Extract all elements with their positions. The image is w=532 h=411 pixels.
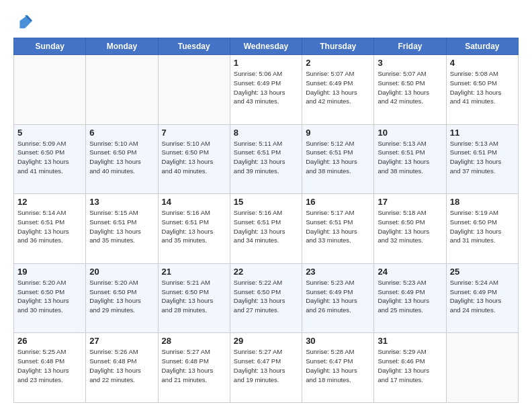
day-number: 16	[306, 197, 370, 207]
day-info: Sunrise: 5:12 AM Sunset: 6:51 PM Dayligh…	[306, 139, 370, 176]
day-info: Sunrise: 5:13 AM Sunset: 6:51 PM Dayligh…	[378, 139, 442, 176]
day-number: 27	[89, 336, 154, 346]
calendar-cell: 19Sunrise: 5:20 AM Sunset: 6:50 PM Dayli…	[14, 263, 86, 333]
day-number: 15	[234, 197, 298, 207]
day-number: 11	[450, 128, 515, 138]
calendar-cell: 30Sunrise: 5:28 AM Sunset: 6:47 PM Dayli…	[302, 333, 374, 403]
day-info: Sunrise: 5:28 AM Sunset: 6:47 PM Dayligh…	[306, 347, 370, 384]
day-info: Sunrise: 5:07 AM Sunset: 6:49 PM Dayligh…	[306, 69, 370, 106]
calendar-cell: 7Sunrise: 5:10 AM Sunset: 6:50 PM Daylig…	[158, 124, 230, 194]
day-info: Sunrise: 5:25 AM Sunset: 6:48 PM Dayligh…	[17, 347, 82, 384]
weekday-header: Monday	[86, 38, 158, 55]
logo-icon	[15, 12, 34, 31]
calendar-cell: 20Sunrise: 5:20 AM Sunset: 6:50 PM Dayli…	[86, 263, 158, 333]
day-info: Sunrise: 5:15 AM Sunset: 6:51 PM Dayligh…	[89, 208, 154, 245]
calendar-cell: 6Sunrise: 5:10 AM Sunset: 6:50 PM Daylig…	[86, 124, 158, 194]
calendar-cell: 16Sunrise: 5:17 AM Sunset: 6:51 PM Dayli…	[302, 194, 374, 264]
day-number: 24	[378, 267, 442, 277]
calendar-cell: 4Sunrise: 5:08 AM Sunset: 6:50 PM Daylig…	[446, 55, 518, 125]
calendar-cell: 8Sunrise: 5:11 AM Sunset: 6:51 PM Daylig…	[230, 124, 302, 194]
weekday-header: Wednesday	[230, 38, 302, 55]
calendar-cell: 31Sunrise: 5:29 AM Sunset: 6:46 PM Dayli…	[374, 333, 446, 403]
calendar-cell: 13Sunrise: 5:15 AM Sunset: 6:51 PM Dayli…	[86, 194, 158, 264]
day-number: 4	[450, 58, 515, 68]
day-number: 2	[306, 58, 370, 68]
calendar-cell	[86, 55, 158, 125]
day-info: Sunrise: 5:16 AM Sunset: 6:51 PM Dayligh…	[162, 208, 226, 245]
day-number: 26	[17, 336, 82, 346]
day-number: 14	[162, 197, 226, 207]
calendar-cell	[14, 55, 86, 125]
calendar-cell: 14Sunrise: 5:16 AM Sunset: 6:51 PM Dayli…	[158, 194, 230, 264]
calendar-cell: 26Sunrise: 5:25 AM Sunset: 6:48 PM Dayli…	[14, 333, 86, 403]
day-info: Sunrise: 5:10 AM Sunset: 6:50 PM Dayligh…	[162, 139, 226, 176]
day-info: Sunrise: 5:26 AM Sunset: 6:48 PM Dayligh…	[89, 347, 154, 384]
day-number: 22	[234, 267, 298, 277]
day-number: 13	[89, 197, 154, 207]
day-info: Sunrise: 5:09 AM Sunset: 6:50 PM Dayligh…	[17, 139, 82, 176]
calendar-cell: 25Sunrise: 5:24 AM Sunset: 6:49 PM Dayli…	[446, 263, 518, 333]
calendar-cell: 22Sunrise: 5:22 AM Sunset: 6:50 PM Dayli…	[230, 263, 302, 333]
calendar-cell: 12Sunrise: 5:14 AM Sunset: 6:51 PM Dayli…	[14, 194, 86, 264]
calendar-cell: 15Sunrise: 5:16 AM Sunset: 6:51 PM Dayli…	[230, 194, 302, 264]
day-number: 18	[450, 197, 515, 207]
logo	[13, 12, 34, 31]
day-number: 31	[378, 336, 442, 346]
day-number: 20	[89, 267, 154, 277]
calendar-cell	[446, 333, 518, 403]
day-number: 30	[306, 336, 370, 346]
day-number: 8	[234, 128, 298, 138]
day-info: Sunrise: 5:16 AM Sunset: 6:51 PM Dayligh…	[234, 208, 298, 245]
calendar-cell: 29Sunrise: 5:27 AM Sunset: 6:47 PM Dayli…	[230, 333, 302, 403]
page-header	[13, 12, 519, 31]
day-info: Sunrise: 5:17 AM Sunset: 6:51 PM Dayligh…	[306, 208, 370, 245]
calendar-cell: 17Sunrise: 5:18 AM Sunset: 6:50 PM Dayli…	[374, 194, 446, 264]
day-info: Sunrise: 5:21 AM Sunset: 6:50 PM Dayligh…	[162, 278, 226, 315]
weekday-header: Saturday	[446, 38, 518, 55]
calendar-cell: 9Sunrise: 5:12 AM Sunset: 6:51 PM Daylig…	[302, 124, 374, 194]
day-number: 1	[234, 58, 298, 68]
day-info: Sunrise: 5:19 AM Sunset: 6:50 PM Dayligh…	[450, 208, 515, 245]
day-info: Sunrise: 5:20 AM Sunset: 6:50 PM Dayligh…	[17, 278, 82, 315]
calendar-cell: 18Sunrise: 5:19 AM Sunset: 6:50 PM Dayli…	[446, 194, 518, 264]
day-info: Sunrise: 5:22 AM Sunset: 6:50 PM Dayligh…	[234, 278, 298, 315]
day-info: Sunrise: 5:20 AM Sunset: 6:50 PM Dayligh…	[89, 278, 154, 315]
day-info: Sunrise: 5:07 AM Sunset: 6:50 PM Dayligh…	[378, 69, 442, 106]
day-info: Sunrise: 5:18 AM Sunset: 6:50 PM Dayligh…	[378, 208, 442, 245]
weekday-header: Sunday	[14, 38, 86, 55]
day-info: Sunrise: 5:24 AM Sunset: 6:49 PM Dayligh…	[450, 278, 515, 315]
day-info: Sunrise: 5:23 AM Sunset: 6:49 PM Dayligh…	[306, 278, 370, 315]
day-number: 5	[17, 128, 82, 138]
day-number: 6	[89, 128, 154, 138]
day-number: 28	[162, 336, 226, 346]
day-info: Sunrise: 5:14 AM Sunset: 6:51 PM Dayligh…	[17, 208, 82, 245]
calendar-cell	[158, 55, 230, 125]
day-number: 25	[450, 267, 515, 277]
svg-marker-0	[19, 15, 32, 29]
day-info: Sunrise: 5:27 AM Sunset: 6:47 PM Dayligh…	[234, 347, 298, 384]
calendar-cell: 28Sunrise: 5:27 AM Sunset: 6:48 PM Dayli…	[158, 333, 230, 403]
day-number: 19	[17, 267, 82, 277]
day-number: 9	[306, 128, 370, 138]
day-info: Sunrise: 5:11 AM Sunset: 6:51 PM Dayligh…	[234, 139, 298, 176]
calendar-cell: 23Sunrise: 5:23 AM Sunset: 6:49 PM Dayli…	[302, 263, 374, 333]
calendar-cell: 11Sunrise: 5:13 AM Sunset: 6:51 PM Dayli…	[446, 124, 518, 194]
calendar-cell: 3Sunrise: 5:07 AM Sunset: 6:50 PM Daylig…	[374, 55, 446, 125]
day-info: Sunrise: 5:08 AM Sunset: 6:50 PM Dayligh…	[450, 69, 515, 106]
day-info: Sunrise: 5:06 AM Sunset: 6:49 PM Dayligh…	[234, 69, 298, 106]
day-info: Sunrise: 5:10 AM Sunset: 6:50 PM Dayligh…	[89, 139, 154, 176]
weekday-header: Thursday	[302, 38, 374, 55]
calendar-cell: 1Sunrise: 5:06 AM Sunset: 6:49 PM Daylig…	[230, 55, 302, 125]
calendar-cell: 2Sunrise: 5:07 AM Sunset: 6:49 PM Daylig…	[302, 55, 374, 125]
calendar-cell: 21Sunrise: 5:21 AM Sunset: 6:50 PM Dayli…	[158, 263, 230, 333]
day-number: 3	[378, 58, 442, 68]
day-number: 17	[378, 197, 442, 207]
calendar-table: SundayMondayTuesdayWednesdayThursdayFrid…	[13, 38, 519, 403]
day-number: 12	[17, 197, 82, 207]
calendar-cell: 5Sunrise: 5:09 AM Sunset: 6:50 PM Daylig…	[14, 124, 86, 194]
day-info: Sunrise: 5:23 AM Sunset: 6:49 PM Dayligh…	[378, 278, 442, 315]
day-number: 7	[162, 128, 226, 138]
day-info: Sunrise: 5:29 AM Sunset: 6:46 PM Dayligh…	[378, 347, 442, 384]
calendar-cell: 27Sunrise: 5:26 AM Sunset: 6:48 PM Dayli…	[86, 333, 158, 403]
calendar-cell: 24Sunrise: 5:23 AM Sunset: 6:49 PM Dayli…	[374, 263, 446, 333]
